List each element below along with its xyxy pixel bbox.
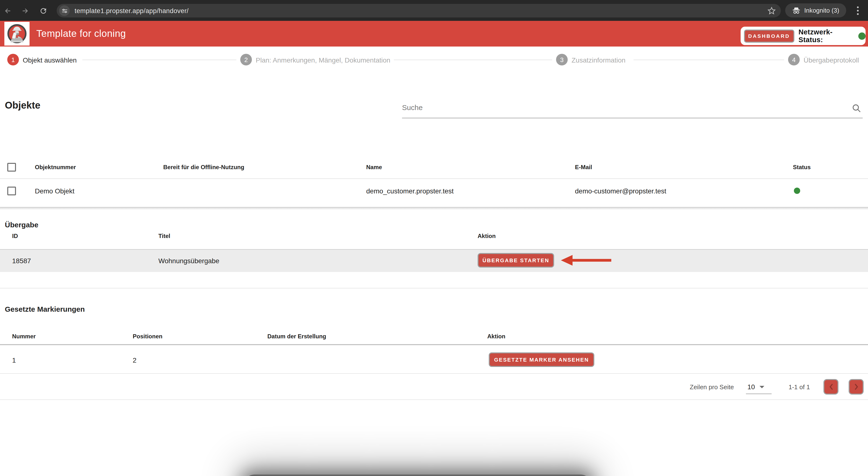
dashboard-button[interactable]: DASHBOARD (744, 29, 794, 42)
cell-email: demo-customer@propster.test (575, 187, 666, 195)
cell-titel: Wohnungsübergabe (158, 257, 219, 265)
col-positionen: Positionen (133, 333, 162, 340)
incognito-badge: Inkognito (3) (785, 3, 846, 18)
rows-per-page-label: Zeilen pro Seite (690, 383, 734, 391)
incognito-label: Inkognito (3) (804, 7, 839, 14)
markierungen-heading: Gesetzte Markierungen (5, 305, 85, 313)
url-text: template1.propster.app/app/handover/ (74, 7, 765, 14)
step-1-circle: 1 (7, 54, 19, 65)
page-title: Template for cloning (36, 21, 126, 47)
forward-icon[interactable] (20, 5, 31, 17)
object-status-dot (794, 187, 800, 194)
step-4-label: Übergabeprotokoll (804, 56, 859, 64)
step-3-circle: 3 (556, 54, 568, 65)
window-shadow (242, 475, 593, 476)
uebergabe-heading: Übergabe (5, 220, 38, 229)
cell-id: 18587 (12, 257, 31, 265)
step-1-label: Objekt auswählen (23, 56, 77, 64)
app-header (0, 21, 868, 47)
col-offline: Bereit für die Offline-Nutzung (163, 164, 244, 171)
pagination-range: 1-1 of 1 (788, 383, 810, 391)
propster-logo (4, 22, 30, 46)
bookmark-star-icon[interactable] (765, 4, 778, 17)
cell-objektnummer: Demo Objekt (35, 187, 74, 195)
network-status-label: Netzwerk-Status: (799, 28, 856, 43)
col-objektnummer: Objektnummer (35, 164, 76, 171)
col-id: ID (12, 233, 18, 239)
step-connector (82, 60, 237, 60)
cell-name: demo_customer.propster.test (366, 187, 454, 195)
site-settings-icon[interactable] (59, 5, 70, 16)
next-page-button[interactable] (848, 379, 864, 394)
chevron-left-icon (828, 383, 834, 390)
header-status-pill: DASHBOARD Netzwerk-Status: (741, 27, 866, 45)
step-4-circle: 4 (788, 54, 800, 65)
pagination-top-border (0, 373, 868, 374)
cell-positionen: 2 (133, 356, 136, 364)
uebergabe-starten-button[interactable]: ÜBERGABE STARTEN (477, 253, 554, 268)
row-checkbox[interactable] (7, 187, 16, 195)
search-underline (402, 118, 863, 118)
step-connector (633, 60, 784, 60)
col-name: Name (366, 164, 382, 171)
select-all-checkbox[interactable] (7, 163, 16, 172)
step-2-label: Plan: Anmerkungen, Mängel, Dokumentation (256, 56, 391, 64)
cell-nummer: 1 (12, 356, 16, 364)
step-3-label: Zusatzinformation (571, 56, 626, 64)
step-2-circle: 2 (240, 54, 252, 65)
chevron-down-icon (759, 386, 764, 388)
section-divider (0, 288, 868, 289)
col-titel: Titel (158, 233, 170, 239)
select-underline (746, 394, 772, 394)
col-email: E-Mail (575, 164, 592, 171)
network-status-dot (859, 32, 866, 39)
incognito-icon (792, 7, 801, 14)
reload-icon[interactable] (37, 5, 49, 17)
rows-per-page-select[interactable]: 10 (747, 383, 764, 391)
table-divider (0, 178, 868, 179)
annotation-arrow (561, 254, 611, 269)
browser-toolbar: template1.propster.app/app/handover/ Ink… (0, 0, 868, 21)
wizard-stepper (0, 47, 868, 74)
col-aktion: Aktion (477, 233, 496, 239)
browser-menu-icon[interactable] (854, 4, 862, 17)
section-divider (0, 207, 868, 210)
objects-heading: Objekte (5, 100, 40, 111)
url-bar[interactable]: template1.propster.app/app/handover/ (57, 4, 781, 18)
col-datum: Datum der Erstellung (268, 333, 326, 340)
back-icon[interactable] (1, 5, 13, 17)
uebergabe-row (0, 249, 868, 272)
col-aktion: Aktion (487, 333, 505, 340)
search-icon (851, 103, 862, 115)
col-nummer: Nummer (12, 333, 36, 340)
col-status: Status (793, 164, 811, 171)
search-field (402, 99, 863, 119)
gesetzte-marker-ansehen-button[interactable]: GESETZTE MARKER ANSEHEN (489, 352, 594, 367)
chevron-right-icon (853, 383, 859, 390)
search-input[interactable] (402, 99, 863, 115)
card-bottom-border (0, 399, 868, 400)
step-connector (394, 60, 552, 60)
prev-page-button[interactable] (824, 379, 838, 394)
table-divider (0, 344, 868, 345)
rows-per-page-value: 10 (747, 383, 755, 391)
